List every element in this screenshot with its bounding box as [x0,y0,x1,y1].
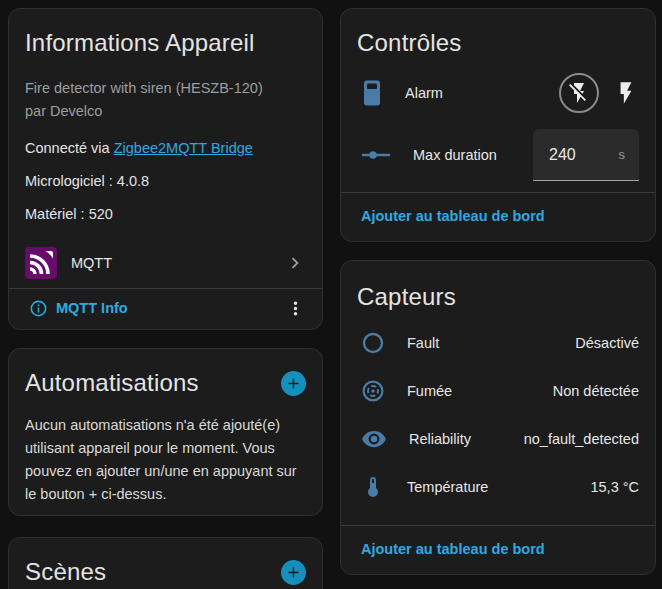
bridge-link[interactable]: Zigbee2MQTT Bridge [114,140,253,156]
sensors-add-to-dashboard-link[interactable]: Ajouter au tableau de bord [361,541,545,557]
sensor-label: Température [407,479,488,495]
max-duration-input[interactable] [549,146,601,164]
max-duration-row: Max duration s [341,123,655,187]
flash-icon [613,80,639,106]
smoke-detector-icon [361,379,385,403]
sensor-row-fault[interactable]: Fault Désactivé [341,319,655,367]
sensor-row-reliability[interactable]: Reliability no_fault_detected [341,415,655,463]
sensors-card-footer: Ajouter au tableau de bord [341,525,655,574]
slider-icon [361,143,391,167]
sensors-title: Capteurs [357,283,639,311]
max-duration-field: s [533,129,639,181]
info-circle-icon [29,299,48,318]
controls-add-to-dashboard-link[interactable]: Ajouter au tableau de bord [361,208,545,224]
mqtt-info-row: MQTT Info [9,289,322,329]
alarm-off-button[interactable] [559,73,599,113]
device-info-card: Informations Appareil Fire detector with… [8,8,323,330]
controls-title: Contrôles [357,29,639,57]
controls-card: Contrôles Alarm Max duration [340,8,656,242]
connected-via-line: Connecté via Zigbee2MQTT Bridge [25,140,306,156]
siren-icon [361,79,383,107]
chevron-right-icon [284,252,306,274]
sensor-label: Fault [407,335,439,351]
sensor-label: Fumée [407,383,452,399]
sensor-value: 15,3 °C [590,479,639,495]
scenes-title: Scènes [25,558,106,586]
integration-row-mqtt[interactable]: MQTT [9,238,322,288]
connected-via-label: Connecté via [25,140,110,156]
add-scene-button[interactable] [281,560,306,585]
alarm-label: Alarm [405,85,443,101]
circle-outline-icon [361,331,385,355]
mqtt-logo-icon [25,247,57,279]
automations-empty-text: Aucun automatisations n'a été ajouté(e) … [25,414,306,506]
automations-title: Automatisations [25,369,199,397]
max-duration-label: Max duration [413,147,497,163]
scenes-card: Scènes [8,537,323,589]
device-info-title: Informations Appareil [25,29,306,57]
alarm-trigger-button[interactable] [613,80,639,106]
eye-icon [361,426,387,452]
sensors-card: Capteurs Fault Désactivé Fumée Non détec… [340,260,656,575]
hardware-line: Matériel : 520 [25,206,306,222]
firmware-line: Micrologiciel : 4.0.8 [25,173,306,189]
flash-off-icon [567,81,591,105]
sensor-row-smoke[interactable]: Fumée Non détectée [341,367,655,415]
controls-card-footer: Ajouter au tableau de bord [341,192,655,241]
add-automation-button[interactable] [281,371,306,396]
sensor-value: no_fault_detected [524,431,639,447]
mqtt-info-link[interactable]: MQTT Info [56,300,128,316]
device-model: Fire detector with siren (HESZB-120) [25,77,306,100]
max-duration-unit: s [619,147,626,162]
dots-vertical-icon[interactable] [285,298,306,319]
alarm-control-row: Alarm [341,63,655,123]
sensor-label: Reliability [409,431,471,447]
sensor-value: Non détectée [553,383,639,399]
device-manufacturer: par Develco [25,100,306,123]
automations-card: Automatisations Aucun automatisations n'… [8,348,323,516]
sensor-value: Désactivé [575,335,639,351]
thermometer-icon [361,474,385,500]
sensor-row-temperature[interactable]: Température 15,3 °C [341,463,655,511]
integration-name: MQTT [71,255,112,271]
